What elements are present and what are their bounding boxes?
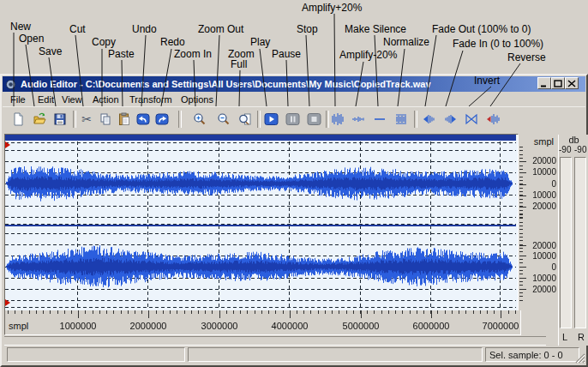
pause-icon — [285, 112, 300, 126]
maximize-button[interactable] — [551, 77, 565, 89]
annotation-reverse: Reverse — [507, 51, 546, 63]
fade-out-icon — [423, 112, 436, 126]
menu-edit[interactable]: Edit — [34, 93, 57, 106]
undo-button[interactable] — [135, 111, 152, 128]
cut-button[interactable]: ✂ — [78, 111, 95, 128]
undo-icon — [136, 112, 150, 126]
annotation-fade-out: Fade Out (100% to 0) — [432, 23, 531, 35]
zoom-out-button[interactable] — [215, 111, 232, 128]
menu-action[interactable]: Action — [89, 93, 123, 106]
copy-icon — [99, 112, 112, 126]
app-icon — [5, 79, 16, 90]
zoom-out-icon — [217, 112, 231, 126]
redo-icon — [155, 112, 169, 126]
menu-transform[interactable]: Transform — [126, 93, 176, 106]
channel-left-label: L — [562, 332, 567, 342]
fade-in-button[interactable] — [441, 111, 459, 128]
annotation-zoom-in: Zoom In — [174, 48, 212, 60]
save-button[interactable] — [51, 111, 69, 128]
annotation-copy: Copy — [92, 36, 116, 48]
paste-button[interactable] — [116, 111, 133, 128]
normalize-icon — [394, 112, 408, 126]
level-meter-panel: db -90 -90 L R — [558, 135, 588, 346]
waveform-panel — [4, 134, 519, 311]
annotation-open: Open — [19, 33, 44, 45]
zoom-in-button[interactable] — [191, 111, 208, 128]
annotation-undo: Undo — [132, 23, 157, 35]
annotation-invert: Invert — [474, 75, 500, 87]
annotation-amplify-down: Amplify-20% — [339, 49, 397, 61]
annotation-pause: Pause — [272, 48, 301, 60]
minimize-button[interactable] — [537, 77, 551, 89]
play-icon — [264, 112, 279, 126]
amplify-up-button[interactable] — [329, 111, 346, 128]
zoom-full-button[interactable] — [237, 111, 254, 128]
time-label: 3000000 — [189, 321, 249, 331]
close-button[interactable] — [565, 77, 579, 89]
annotation-fade-in: Fade In (0 to 100%) — [453, 38, 543, 50]
time-label: 1000000 — [48, 321, 108, 331]
scissors-icon: ✂ — [81, 112, 92, 126]
toolbar-separator — [73, 111, 76, 128]
audio-editor-window: Audio Editor - C:\Documents and Settings… — [0, 74, 588, 367]
annotation-make-silence: Make Silence — [345, 23, 406, 35]
open-button[interactable] — [31, 111, 48, 128]
menu-file[interactable]: File — [7, 93, 29, 106]
invert-button[interactable] — [463, 111, 480, 128]
toolbar-separator — [414, 111, 417, 128]
status-bar: Sel. sample: 0 - 0 — [3, 346, 586, 365]
amp-label: 0 — [522, 262, 556, 272]
paste-clipboard-icon — [117, 112, 131, 126]
amp-label: 20000 — [522, 285, 556, 294]
stop-button[interactable] — [305, 111, 322, 128]
waveform-canvas[interactable] — [5, 135, 516, 309]
invert-icon — [465, 112, 478, 126]
pause-button[interactable] — [284, 111, 301, 128]
annotation-normalize: Normalize — [383, 36, 429, 48]
annotation-paste: Paste — [108, 48, 135, 60]
annotation-play: Play — [250, 36, 270, 48]
amp-label: 20000 — [522, 156, 556, 165]
play-button[interactable] — [262, 111, 279, 128]
amplitude-ruler-unit: smpl — [534, 136, 554, 147]
copy-button[interactable] — [97, 111, 114, 128]
menu-bar: File Edit View Action Transform Options — [3, 92, 585, 106]
maximize-icon — [554, 80, 562, 87]
menu-view[interactable]: View — [58, 93, 86, 106]
annotation-save: Save — [39, 45, 62, 57]
status-panel-1 — [7, 347, 185, 362]
meter-unit-label: db — [559, 135, 588, 145]
meter-scale-right: -90 — [574, 145, 586, 154]
window-title: Audio Editor - C:\Documents and Settings… — [21, 79, 431, 89]
screenshot-root: New Open Save Cut Copy Paste Undo Redo Z… — [0, 0, 588, 367]
toolbar-separator — [178, 111, 182, 128]
annotation-new: New — [10, 21, 31, 33]
new-button[interactable] — [9, 111, 27, 128]
scroll-strip — [4, 336, 546, 346]
status-panel-2 — [188, 347, 483, 362]
annotation-cut: Cut — [69, 23, 86, 35]
redo-button[interactable] — [153, 111, 171, 128]
time-label: 7000000 — [471, 321, 531, 331]
fade-in-icon — [443, 112, 457, 126]
reverse-button[interactable] — [484, 111, 501, 128]
annotation-amplify-up: Amplify+20% — [302, 2, 362, 14]
amp-label: 20000 — [522, 241, 556, 250]
amp-label: 10000 — [522, 190, 556, 200]
annotation-redo: Redo — [160, 36, 185, 48]
annotation-zoom-out: Zoom Out — [198, 23, 243, 35]
amp-label: 20000 — [522, 202, 556, 211]
selection-status: Sel. sample: 0 - 0 — [485, 347, 579, 362]
save-floppy-icon — [53, 112, 67, 126]
fade-out-button[interactable] — [421, 111, 438, 128]
time-label: 6000000 — [401, 321, 461, 331]
amplify-down-button[interactable] — [350, 111, 367, 128]
make-silence-button[interactable] — [371, 111, 388, 128]
menu-options[interactable]: Options — [177, 93, 217, 106]
normalize-button[interactable] — [393, 111, 410, 128]
amp-label: 10000 — [522, 274, 556, 283]
time-ruler-unit: smpl — [9, 321, 28, 331]
resize-grip[interactable] — [574, 352, 585, 364]
meter-bar-right — [574, 157, 586, 328]
new-file-icon — [11, 112, 25, 126]
